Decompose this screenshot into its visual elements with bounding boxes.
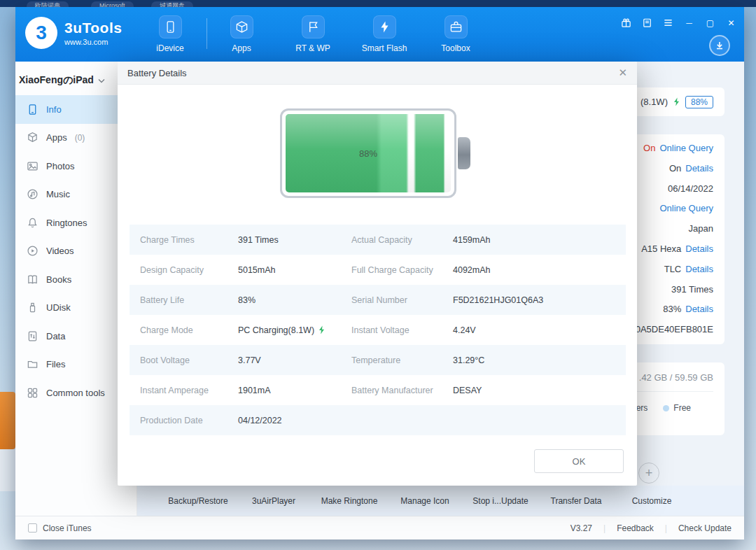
modal-header: Battery Details ✕ (118, 62, 637, 85)
customize-add-button[interactable]: + (638, 463, 659, 484)
feedback-link[interactable]: Feedback (617, 523, 654, 533)
details-link[interactable]: Details (685, 264, 713, 274)
chevron-down-icon (98, 78, 105, 83)
device-name: XiaoFengのiPad (19, 74, 94, 87)
table-row: Charge Mode PC Charging(8.1W) Instant Vo… (130, 315, 626, 345)
sidebar-item-label: Apps (46, 132, 67, 143)
toolbar-make-ringtone[interactable]: Make Ringtone (312, 496, 387, 506)
table-row: Instant Amperage 1901mA Battery Manufact… (130, 375, 626, 405)
table-row: Charge Times 391 Times Actual Capacity 4… (130, 225, 626, 255)
close-itunes-option: Close iTunes (28, 523, 92, 533)
folder-icon (26, 358, 38, 371)
sidebar-item-label: Videos (46, 246, 74, 256)
desktop-icon-sliver (0, 392, 15, 449)
toolbox-icon (444, 15, 468, 38)
battery-percent-label: 88% (282, 111, 454, 196)
divider: | (665, 523, 667, 533)
battery-percent-badge: 88% (685, 96, 713, 108)
table-row: Production Date 04/12/2022 (130, 405, 626, 435)
toolbar-manage-icon[interactable]: Manage Icon (387, 496, 463, 506)
charging-bolt-icon (673, 97, 680, 107)
main-nav: iDevice Apps RT & WP Smart Flash (134, 15, 491, 53)
app-title: 3uTools (64, 20, 122, 36)
sidebar-item-label: Common tools (46, 388, 105, 398)
battery-graphic-area: 88% (118, 85, 637, 225)
usb-icon (26, 302, 38, 314)
sidebar-item-label: Files (46, 359, 65, 369)
music-icon (26, 188, 38, 201)
sidebar-item-label: Info (46, 104, 62, 115)
close-itunes-checkbox[interactable] (28, 523, 37, 533)
table-row: Battery Life 83% Serial Number F5D21621H… (130, 285, 626, 315)
close-button[interactable]: ✕ (725, 17, 737, 29)
nav-smart-flash[interactable]: Smart Flash (349, 15, 420, 53)
book-icon (26, 273, 38, 285)
browser-tab[interactable]: 欧陆词典 (27, 1, 69, 7)
grid-icon (26, 386, 38, 399)
browser-tab[interactable]: Microsoft (91, 1, 134, 7)
apps-count: (0) (75, 133, 85, 143)
play-icon (26, 245, 38, 258)
battery-details-table: Charge Times 391 Times Actual Capacity 4… (130, 225, 626, 435)
details-link[interactable]: Details (685, 163, 713, 174)
table-row: Boot Voltage 3.77V Temperature 31.29°C (130, 345, 626, 375)
gift-icon[interactable] (620, 17, 632, 29)
bell-icon (26, 216, 38, 229)
table-row: Design Capacity 5015mAh Full Charge Capa… (130, 255, 626, 285)
nav-apps[interactable]: Apps (206, 15, 277, 53)
data-transfer-icon (26, 330, 38, 342)
details-link[interactable]: Details (685, 244, 713, 254)
legend-free: Free (663, 403, 691, 413)
photos-icon (26, 160, 38, 172)
logo-icon: 3 (25, 17, 57, 49)
toolbar-customize[interactable]: Customize (614, 496, 690, 506)
close-icon[interactable]: ✕ (618, 66, 627, 79)
download-button[interactable] (709, 35, 730, 56)
sidebar-item-label: Photos (46, 161, 74, 171)
online-query-link[interactable]: Online Query (659, 203, 713, 213)
apps-icon (230, 15, 253, 38)
nav-separator (206, 18, 207, 49)
ok-button[interactable]: OK (534, 449, 624, 473)
charge-wattage: (8.1W) (640, 97, 668, 107)
info-icon (26, 103, 38, 115)
toolbar-3uairplayer[interactable]: 3uAirPlayer (236, 496, 312, 506)
apps-box-icon (26, 132, 38, 144)
lightning-icon (373, 15, 396, 38)
bottom-toolbar: Backup/Restore 3uAirPlayer Make Ringtone… (137, 486, 744, 516)
sidebar-item-label: Books (46, 274, 71, 285)
version-label: V3.27 (570, 523, 592, 533)
nav-rt-wp[interactable]: RT & WP (277, 15, 349, 53)
toolbar-transfer-data[interactable]: Transfer Data (538, 496, 614, 506)
charging-bolt-icon (318, 325, 326, 335)
modal-title: Battery Details (127, 68, 187, 78)
idevice-icon (159, 15, 182, 38)
document-icon[interactable] (641, 17, 653, 29)
browser-tab[interactable]: 城通网盘 (151, 1, 193, 7)
details-link[interactable]: Details (685, 304, 713, 314)
status-bar-right: V3.27 | Feedback | Check Update (570, 523, 732, 533)
battery-details-modal: Battery Details ✕ 88% Charge Times 391 T… (118, 62, 637, 486)
flag-icon (302, 15, 325, 38)
check-update-link[interactable]: Check Update (678, 523, 732, 533)
divider: | (603, 523, 606, 533)
sidebar-item-label: UDisk (46, 302, 71, 313)
nav-toolbox[interactable]: Toolbox (420, 15, 491, 53)
close-itunes-label: Close iTunes (43, 523, 92, 533)
online-query-link[interactable]: Online Query (659, 143, 713, 153)
sidebar-item-label: Music (46, 189, 70, 199)
menu-icon[interactable] (662, 17, 674, 29)
free-dot-icon (663, 405, 669, 411)
browser-tab-strip: 欧陆词典 Microsoft 城通网盘 (0, 0, 756, 7)
minimize-button[interactable]: ─ (683, 17, 695, 29)
app-subtitle: www.3u.com (64, 38, 122, 46)
maximize-button[interactable]: ▢ (704, 17, 716, 29)
toolbar-backup-restore[interactable]: Backup/Restore (160, 496, 236, 506)
header-icons: ─ ▢ ✕ (620, 17, 737, 29)
battery-graphic: 88% (280, 108, 456, 198)
toolbar-stop-ios-update[interactable]: Stop i...Update (463, 496, 538, 506)
app-logo: 3 3uTools www.3u.com (25, 17, 122, 49)
app-header: 3 3uTools www.3u.com iDevice Apps (15, 7, 744, 62)
battery-cap (458, 137, 470, 169)
nav-idevice[interactable]: iDevice (134, 15, 206, 53)
